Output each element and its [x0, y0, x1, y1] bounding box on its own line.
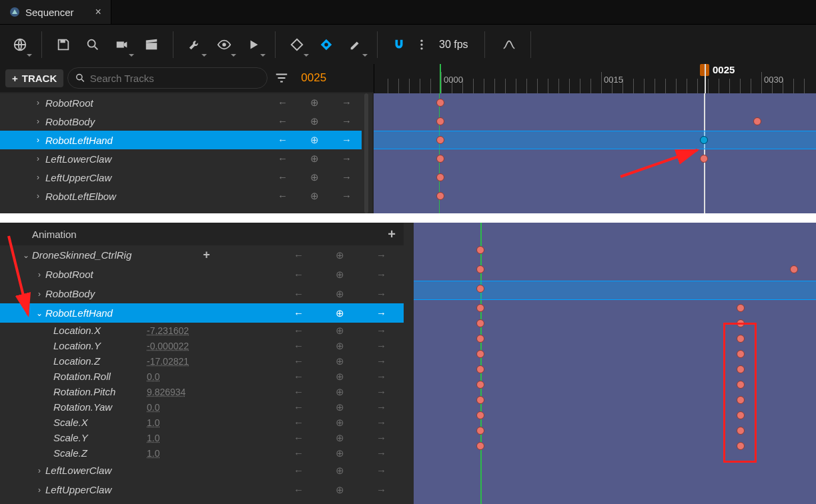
- property-row[interactable]: Scale.Y1.0←⊕→: [0, 430, 404, 445]
- keyframe[interactable]: [436, 192, 444, 200]
- keyframe[interactable]: [476, 365, 484, 373]
- prev-key-button[interactable]: ←: [294, 269, 304, 281]
- prev-key-button[interactable]: ←: [294, 417, 304, 429]
- next-key-button[interactable]: →: [376, 484, 386, 496]
- next-key-button[interactable]: →: [342, 115, 352, 127]
- property-row[interactable]: Location.Y-0.000022←⊕→: [0, 338, 404, 353]
- timeline-row[interactable]: [414, 377, 816, 392]
- keyframe[interactable]: [476, 381, 484, 389]
- property-value[interactable]: 0.0: [147, 371, 207, 382]
- keyframe[interactable]: [476, 396, 484, 404]
- keyframe[interactable]: [436, 155, 444, 163]
- property-row[interactable]: Rotation.Roll0.0←⊕→: [0, 369, 404, 384]
- expand-chevron-icon[interactable]: ⌄: [33, 309, 45, 318]
- timeline-row[interactable]: [414, 315, 816, 331]
- track-row[interactable]: ›LeftLowerClaw←⊕→: [0, 149, 364, 168]
- expand-chevron-icon[interactable]: ›: [33, 485, 45, 495]
- property-value[interactable]: 9.826934: [147, 387, 207, 397]
- add-section-button[interactable]: +: [388, 227, 396, 242]
- add-key-button[interactable]: ⊕: [310, 171, 319, 183]
- timeline-row[interactable]: [414, 261, 816, 281]
- prev-key-button[interactable]: ←: [294, 401, 304, 413]
- next-key-button[interactable]: →: [376, 340, 386, 352]
- property-row[interactable]: Scale.Z1.0←⊕→: [0, 445, 404, 461]
- property-value[interactable]: 1.0: [147, 433, 207, 443]
- next-key-button[interactable]: →: [376, 269, 386, 281]
- keyframe[interactable]: [476, 335, 484, 343]
- keyframe[interactable]: [737, 381, 745, 389]
- prev-key-button[interactable]: ←: [278, 190, 288, 202]
- timeline-body-top[interactable]: [374, 93, 816, 213]
- add-key-button[interactable]: ⊕: [336, 288, 344, 300]
- property-row[interactable]: Location.Z-17.02821←⊕→: [0, 353, 404, 369]
- prev-key-button[interactable]: ←: [294, 325, 304, 337]
- close-icon[interactable]: ×: [95, 6, 101, 18]
- add-key-button[interactable]: ⊕: [310, 97, 319, 109]
- clapper-icon[interactable]: [138, 31, 165, 58]
- property-row[interactable]: Rotation.Pitch9.826934←⊕→: [0, 384, 404, 399]
- prev-key-button[interactable]: ←: [294, 386, 304, 398]
- timeline-row[interactable]: [414, 361, 816, 377]
- keyframe[interactable]: [476, 350, 484, 358]
- prev-key-button[interactable]: ←: [294, 465, 304, 477]
- keyframe-diamond-icon[interactable]: [284, 31, 310, 58]
- property-row[interactable]: Rotation.Yaw0.0←⊕→: [0, 399, 404, 415]
- add-child-button[interactable]: +: [203, 248, 210, 262]
- prev-key-button[interactable]: ←: [278, 97, 288, 109]
- timeline-body-bottom[interactable]: [414, 223, 816, 504]
- expand-chevron-icon[interactable]: ›: [33, 466, 45, 475]
- add-key-button[interactable]: ⊕: [336, 417, 344, 429]
- timeline-row[interactable]: [414, 346, 816, 361]
- add-key-button[interactable]: ⊕: [336, 340, 344, 352]
- next-key-button[interactable]: →: [342, 190, 352, 202]
- animation-track-header[interactable]: Animation +: [0, 223, 404, 245]
- add-key-button[interactable]: ⊕: [310, 153, 319, 165]
- prev-key-button[interactable]: ←: [294, 288, 304, 300]
- fps-display[interactable]: 30 fps: [431, 39, 476, 51]
- scrollbar[interactable]: [362, 93, 372, 213]
- add-key-button[interactable]: ⊕: [336, 447, 344, 459]
- keyframe[interactable]: [737, 365, 745, 373]
- next-key-button[interactable]: →: [342, 153, 352, 165]
- search-icon[interactable]: [79, 31, 106, 58]
- track-row[interactable]: ›RobotRoot←⊕→: [0, 93, 364, 112]
- add-key-button[interactable]: ⊕: [336, 386, 344, 398]
- current-frame[interactable]: 0025: [301, 71, 326, 85]
- snap-magnet-icon[interactable]: [386, 31, 412, 58]
- next-key-button[interactable]: →: [376, 288, 386, 300]
- keyframe[interactable]: [753, 117, 761, 125]
- next-key-button[interactable]: →: [376, 417, 386, 429]
- add-key-button[interactable]: ⊕: [336, 249, 344, 261]
- track-row[interactable]: ›RobotRoot←⊕→: [0, 265, 404, 284]
- next-key-button[interactable]: →: [376, 447, 386, 459]
- keyframe[interactable]: [436, 99, 444, 107]
- play-icon[interactable]: [240, 31, 267, 58]
- track-row[interactable]: ⌄RobotLeftHand←⊕→: [0, 303, 404, 323]
- add-key-button[interactable]: ⊕: [310, 190, 319, 202]
- pencil-icon[interactable]: [342, 31, 369, 58]
- timeline-ruler[interactable]: 0000001500300025: [374, 64, 816, 93]
- search-input[interactable]: [90, 73, 260, 84]
- keyframe[interactable]: [700, 136, 708, 144]
- keyframe[interactable]: [737, 304, 745, 312]
- keyframe[interactable]: [476, 319, 484, 327]
- keyframe[interactable]: [436, 136, 444, 144]
- add-key-button[interactable]: ⊕: [336, 432, 344, 444]
- next-key-button[interactable]: →: [376, 355, 386, 367]
- camera-icon[interactable]: [109, 31, 135, 58]
- next-key-button[interactable]: →: [376, 325, 386, 337]
- keyframe[interactable]: [436, 173, 444, 181]
- keyframe[interactable]: [737, 411, 745, 419]
- wrench-icon[interactable]: [181, 31, 208, 58]
- keyframe[interactable]: [476, 427, 484, 435]
- next-key-button[interactable]: →: [376, 249, 386, 261]
- property-value[interactable]: -0.000022: [147, 341, 207, 351]
- prev-key-button[interactable]: ←: [278, 115, 288, 127]
- expand-chevron-icon[interactable]: ›: [33, 154, 43, 163]
- prev-key-button[interactable]: ←: [294, 249, 304, 261]
- track-row[interactable]: ›LeftLowerClaw←⊕→: [0, 461, 404, 480]
- filter-icon[interactable]: [274, 71, 289, 85]
- add-key-button[interactable]: ⊕: [336, 401, 344, 413]
- expand-chevron-icon[interactable]: ›: [33, 98, 43, 107]
- add-key-button[interactable]: ⊕: [336, 307, 344, 319]
